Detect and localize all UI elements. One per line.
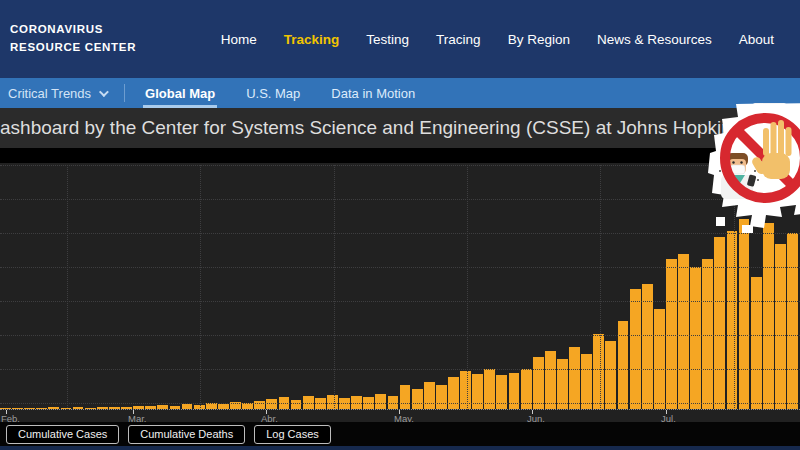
bar <box>702 259 713 409</box>
bar <box>375 394 386 409</box>
bar <box>436 385 447 409</box>
bar <box>787 233 798 409</box>
bottom-edge-strip <box>0 446 800 450</box>
bar <box>775 244 786 409</box>
banner-black-strip <box>0 148 800 163</box>
bar <box>291 400 302 409</box>
dashboard-title: ashboard by the Center for Systems Scien… <box>0 108 800 148</box>
bar <box>654 309 665 409</box>
tab-u-s-map[interactable]: U.S. Map <box>244 78 302 108</box>
top-nav-item-about[interactable]: About <box>739 32 774 47</box>
bar <box>593 334 604 409</box>
cases-bar-chart: Feb.Mar.Abr.May.Jun.Jul. <box>0 163 800 422</box>
top-nav-item-by-region[interactable]: By Region <box>508 32 570 47</box>
subnav-tabs: Global MapU.S. MapData in Motion <box>143 78 417 108</box>
subnav-divider <box>124 84 125 102</box>
dashboard-banner: ashboard by the Center for Systems Scien… <box>0 108 800 148</box>
chart-toggle-footer: Cumulative CasesCumulative DeathsLog Cas… <box>0 422 800 446</box>
bar <box>714 237 725 409</box>
no-doctor-sticker-image <box>706 101 800 235</box>
chevron-down-icon <box>99 87 109 97</box>
sub-nav: Critical Trends Global MapU.S. MapData i… <box>0 78 800 108</box>
main-menu: HomeTrackingTestingTracingBy RegionNews … <box>221 32 774 47</box>
vertical-gridline <box>467 165 468 410</box>
bar <box>605 341 616 409</box>
log-cases-button[interactable]: Log Cases <box>254 425 331 444</box>
logo-line-2: RESOURCE CENTER <box>10 39 136 57</box>
bar <box>412 389 423 409</box>
top-nav-item-news-resources[interactable]: News & Resources <box>597 32 712 47</box>
critical-trends-dropdown[interactable]: Critical Trends <box>8 78 106 108</box>
horizontal-gridline <box>0 199 800 200</box>
horizontal-gridline <box>0 233 800 234</box>
cumulative-cases-button[interactable]: Cumulative Cases <box>6 425 119 444</box>
bar <box>630 289 641 409</box>
bar <box>751 277 762 409</box>
critical-trends-label: Critical Trends <box>8 86 91 101</box>
top-nav-item-home[interactable]: Home <box>221 32 257 47</box>
top-nav: CORONAVIRUS RESOURCE CENTER HomeTracking… <box>0 0 800 78</box>
vertical-gridline <box>200 165 201 410</box>
site-logo[interactable]: CORONAVIRUS RESOURCE CENTER <box>10 21 136 57</box>
horizontal-gridline <box>0 335 800 336</box>
cumulative-deaths-button[interactable]: Cumulative Deaths <box>128 425 245 444</box>
bar <box>266 399 277 409</box>
bar <box>569 347 580 409</box>
tab-global-map[interactable]: Global Map <box>143 78 217 108</box>
bar <box>533 357 544 409</box>
bar <box>545 351 556 409</box>
x-axis-line <box>0 409 800 410</box>
top-nav-item-testing[interactable]: Testing <box>366 32 409 47</box>
bar <box>739 219 750 409</box>
bar <box>690 267 701 409</box>
bar <box>642 284 653 409</box>
page: CORONAVIRUS RESOURCE CENTER HomeTracking… <box>0 0 800 450</box>
bar <box>557 359 568 409</box>
vertical-gridline <box>334 165 335 410</box>
top-nav-item-tracking[interactable]: Tracking <box>284 32 340 47</box>
vertical-gridline <box>600 165 601 410</box>
bar <box>581 354 592 409</box>
horizontal-gridline <box>0 165 800 166</box>
sticker-fragment <box>716 217 725 226</box>
horizontal-gridline <box>0 403 800 404</box>
bar <box>448 377 459 409</box>
bar <box>424 382 435 409</box>
bar <box>400 385 411 409</box>
bar <box>763 223 774 409</box>
horizontal-gridline <box>0 301 800 302</box>
tab-data-in-motion[interactable]: Data in Motion <box>329 78 417 108</box>
chart-plot-area: Feb.Mar.Abr.May.Jun.Jul. <box>0 163 800 410</box>
top-nav-item-tracing[interactable]: Tracing <box>436 32 481 47</box>
horizontal-gridline <box>0 267 800 268</box>
bar <box>727 231 738 409</box>
vertical-gridline <box>67 165 68 410</box>
horizontal-gridline <box>0 369 800 370</box>
sticker-fragment <box>742 225 753 233</box>
logo-line-1: CORONAVIRUS <box>10 21 136 39</box>
bar <box>678 254 689 409</box>
bar <box>327 395 338 409</box>
bar <box>666 259 677 409</box>
